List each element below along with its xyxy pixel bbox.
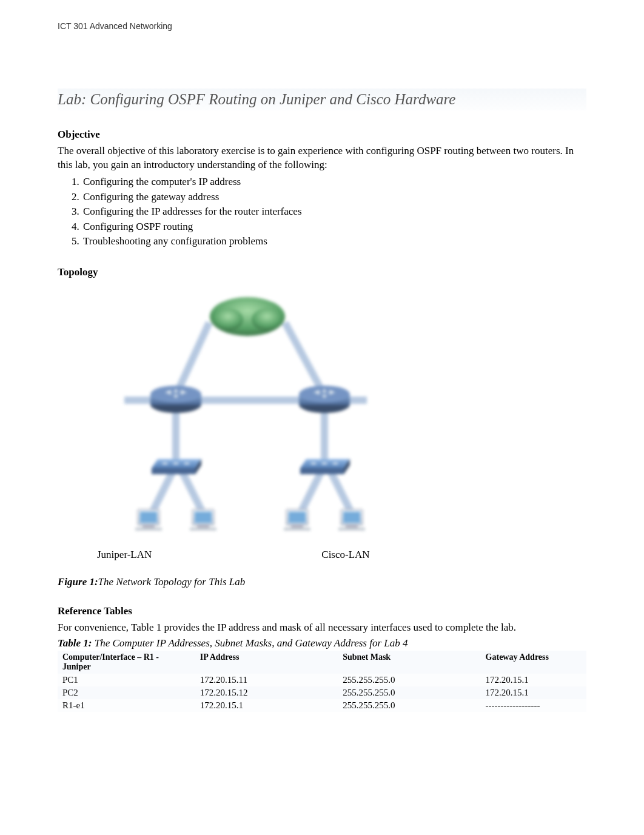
list-item: Configuring the IP addresses for the rou… <box>82 204 586 220</box>
svg-rect-33 <box>343 512 360 523</box>
table-header-gateway: Gateway Address <box>481 651 586 674</box>
svg-rect-27 <box>190 528 216 531</box>
svg-point-11 <box>252 309 282 330</box>
table-row: R1-e1 172.20.15.1 255.255.255.0 --------… <box>58 699 586 712</box>
figure-caption-label: Figure 1: <box>58 576 98 588</box>
svg-rect-22 <box>143 525 155 528</box>
table-row: PC2 172.20.15.12 255.255.255.0 172.20.15… <box>58 686 586 699</box>
svg-rect-21 <box>140 512 157 523</box>
list-item: Configuring the gateway address <box>82 190 586 205</box>
table-header-ip: IP Address <box>195 651 338 674</box>
table-cell: ------------------ <box>481 699 586 712</box>
svg-rect-23 <box>135 528 162 531</box>
svg-rect-19 <box>300 468 344 474</box>
table-caption-text: The Computer IP Addresses, Subnet Masks,… <box>92 637 408 649</box>
svg-line-0 <box>176 323 209 395</box>
svg-line-6 <box>182 471 203 514</box>
list-item: Configuring OSPF routing <box>82 220 586 235</box>
table-cell: 172.20.15.1 <box>481 674 586 686</box>
list-item: Troubleshooting any configuration proble… <box>82 234 586 249</box>
objective-heading: Objective <box>58 129 586 141</box>
list-item: Configuring the computer's IP address <box>82 175 586 190</box>
page-header: ICT 301 Advanced Networking <box>58 21 586 31</box>
svg-point-17 <box>299 386 350 403</box>
svg-rect-29 <box>289 512 306 523</box>
svg-rect-25 <box>195 512 212 523</box>
table-caption: Table 1: The Computer IP Addresses, Subn… <box>58 637 586 649</box>
objective-intro-a: The overall objective of this laboratory… <box>58 145 258 156</box>
topology-label-cisco: Cisco-LAN <box>321 549 369 561</box>
network-diagram-icon <box>100 289 428 544</box>
svg-rect-30 <box>291 525 303 528</box>
table-cell: 255.255.255.0 <box>338 699 480 712</box>
topology-labels: Juniper-LAN Cisco-LAN <box>97 549 586 561</box>
table-row: PC1 172.20.15.11 255.255.255.0 172.20.15… <box>58 674 586 686</box>
reference-intro: For convenience, Table 1 provides the IP… <box>58 621 586 635</box>
svg-rect-26 <box>197 525 209 528</box>
table-caption-label: Table 1: <box>58 637 92 649</box>
table-cell: PC2 <box>58 686 195 699</box>
table-cell: R1-e1 <box>58 699 195 712</box>
table-cell: 172.20.15.1 <box>481 686 586 699</box>
figure-caption: Figure 1:The Network Topology for This L… <box>58 576 586 588</box>
table-header-computer: Computer/Interface – R1 -Juniper <box>58 651 195 674</box>
svg-line-7 <box>300 471 321 514</box>
svg-point-14 <box>150 386 201 403</box>
svg-line-1 <box>285 323 324 395</box>
svg-line-8 <box>330 471 352 514</box>
table-cell: 172.20.15.1 <box>195 699 338 712</box>
topology-diagram <box>100 289 586 544</box>
table-cell: 255.255.255.0 <box>338 686 480 699</box>
ip-address-table: Computer/Interface – R1 -Juniper IP Addr… <box>58 651 586 712</box>
svg-line-5 <box>152 471 173 514</box>
figure-caption-text: The Network Topology for This Lab <box>98 576 246 588</box>
svg-rect-18 <box>152 468 195 474</box>
svg-rect-34 <box>346 525 358 528</box>
objective-intro: The overall objective of this laboratory… <box>58 144 586 172</box>
table-header-row: Computer/Interface – R1 -Juniper IP Addr… <box>58 651 586 674</box>
table-cell: 255.255.255.0 <box>338 674 480 686</box>
table-header-mask: Subnet Mask <box>338 651 480 674</box>
table-cell: 172.20.15.12 <box>195 686 338 699</box>
svg-rect-31 <box>284 528 310 531</box>
svg-rect-35 <box>338 528 365 531</box>
table-cell: PC1 <box>58 674 195 686</box>
svg-point-10 <box>213 309 243 330</box>
lab-title: Lab: Configuring OSPF Routing on Juniper… <box>58 89 586 110</box>
objectives-list: Configuring the computer's IP address Co… <box>70 175 586 249</box>
topology-heading: Topology <box>58 266 586 278</box>
topology-label-juniper: Juniper-LAN <box>97 549 152 561</box>
reference-heading: Reference Tables <box>58 605 586 617</box>
table-cell: 172.20.15.11 <box>195 674 338 686</box>
